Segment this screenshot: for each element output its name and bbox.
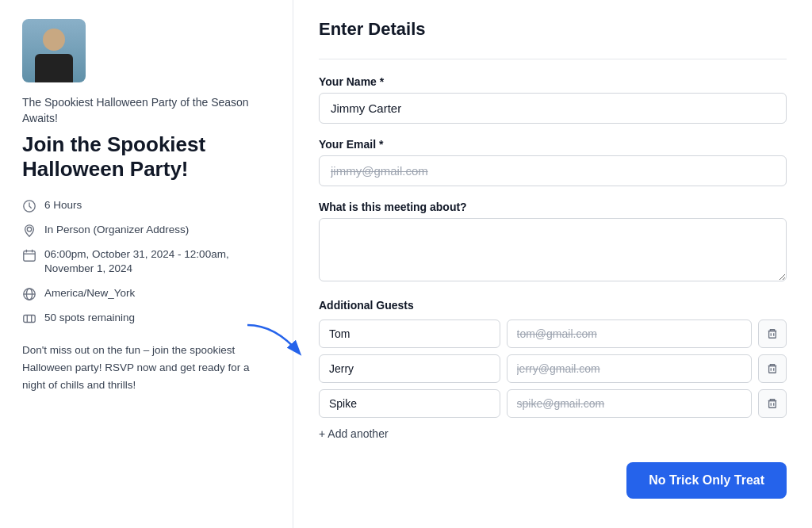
- svg-rect-13: [769, 331, 776, 339]
- guest-name-2[interactable]: [319, 389, 500, 418]
- svg-rect-9: [24, 316, 35, 323]
- event-title: Join the Spookiest Halloween Party!: [22, 132, 270, 182]
- email-input[interactable]: [319, 155, 787, 186]
- info-location: In Person (Organizer Address): [22, 223, 270, 238]
- svg-rect-16: [769, 366, 776, 373]
- guests-section: Additional Guests: [319, 299, 787, 443]
- submit-button[interactable]: No Trick Only Treat: [626, 462, 787, 499]
- ticket-icon: [22, 312, 36, 326]
- guest-email-1[interactable]: [507, 354, 753, 383]
- name-label: Your Name *: [319, 75, 787, 88]
- guest-row-2: [319, 389, 787, 418]
- add-another-button[interactable]: + Add another: [319, 424, 389, 443]
- info-list: 6 Hours In Person (Organizer Address): [22, 198, 270, 327]
- info-duration: 6 Hours: [22, 198, 270, 213]
- globe-icon: [22, 287, 36, 301]
- guest-row-1: [319, 354, 787, 383]
- event-description: Don't miss out on the fun – join the spo…: [22, 342, 270, 393]
- guest-name-1[interactable]: [319, 354, 500, 383]
- name-input[interactable]: [319, 93, 787, 124]
- guests-label: Additional Guests: [319, 299, 787, 312]
- submit-area: No Trick Only Treat: [319, 462, 787, 499]
- email-group: Your Email *: [319, 138, 787, 186]
- guest-name-0[interactable]: [319, 319, 500, 348]
- email-label: Your Email *: [319, 138, 787, 151]
- svg-rect-19: [769, 401, 776, 408]
- meeting-group: What is this meeting about?: [319, 201, 787, 285]
- guest-email-0[interactable]: [507, 319, 753, 348]
- delete-guest-2-button[interactable]: [758, 389, 787, 418]
- tagline: The Spookiest Halloween Party of the Sea…: [22, 95, 270, 126]
- name-group: Your Name *: [319, 75, 787, 124]
- guest-row-0: [319, 319, 787, 348]
- delete-guest-1-button[interactable]: [758, 354, 787, 383]
- arrow-indicator: [243, 317, 307, 368]
- calendar-icon: [22, 248, 36, 262]
- meeting-textarea[interactable]: [319, 218, 787, 281]
- svg-point-1: [27, 227, 31, 231]
- guest-email-2[interactable]: [507, 389, 753, 418]
- clock-icon: [22, 199, 36, 213]
- left-panel: The Spookiest Halloween Party of the Sea…: [0, 0, 293, 528]
- info-datetime: 06:00pm, October 31, 2024 - 12:00am, Nov…: [22, 247, 270, 277]
- info-spots: 50 spots remaining: [22, 311, 270, 326]
- info-timezone: America/New_York: [22, 286, 270, 301]
- delete-guest-0-button[interactable]: [758, 319, 787, 348]
- section-title: Enter Details: [319, 19, 787, 40]
- avatar: [22, 19, 86, 82]
- meeting-label: What is this meeting about?: [319, 201, 787, 213]
- svg-rect-2: [24, 251, 35, 261]
- divider: [319, 59, 787, 59]
- location-icon: [22, 224, 36, 238]
- right-panel: Enter Details Your Name * Your Email * W…: [293, 0, 812, 528]
